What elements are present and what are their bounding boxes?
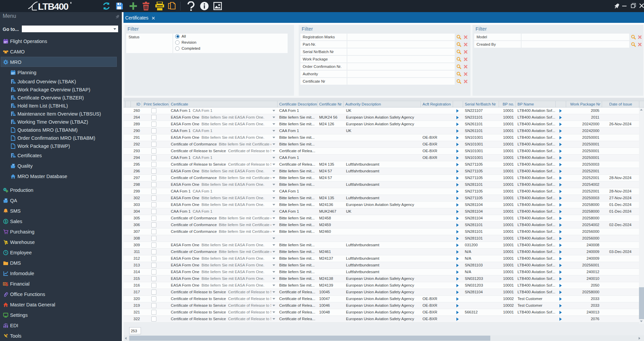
svg-text:LTB400: LTB400 bbox=[38, 1, 68, 11]
svg-text:$: $ bbox=[5, 220, 7, 223]
svg-text:$: $ bbox=[6, 282, 8, 287]
